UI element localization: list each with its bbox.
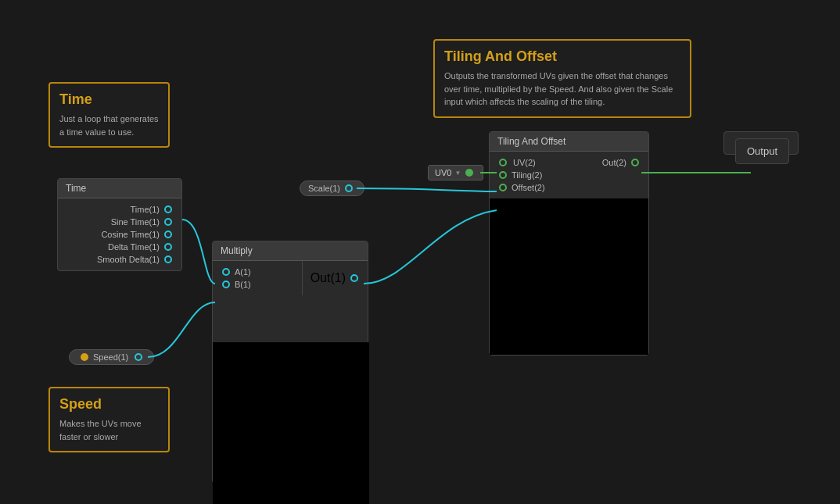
tooltip-time: Time Just a loop that generates a time v… bbox=[48, 82, 170, 148]
tooltip-time-desc: Just a loop that generates a time value … bbox=[59, 113, 159, 138]
uv-dropdown[interactable]: UV0 ▼ bbox=[428, 165, 483, 181]
tiling-uv-label: UV(2) bbox=[513, 158, 602, 167]
tiling-offset-header: Tiling And Offset bbox=[490, 132, 648, 152]
tiling-out-dot bbox=[631, 159, 639, 166]
speed-label: Speed(1) bbox=[93, 352, 128, 362]
speed-dot bbox=[81, 353, 88, 361]
time-row-smooth: Smooth Delta(1) bbox=[58, 253, 181, 266]
tiling-tiling-row: Tiling(2) bbox=[490, 169, 648, 181]
tooltip-tiling-desc: Outputs the transformed UVs given the of… bbox=[444, 70, 680, 109]
uv-dropdown-arrow: ▼ bbox=[454, 170, 461, 177]
scale-pill[interactable]: Scale(1) bbox=[300, 181, 364, 196]
multiply-b-label: B(1) bbox=[235, 280, 251, 289]
time-row-cosine: Cosine Time(1) bbox=[58, 228, 181, 241]
delta-time-label: Delta Time(1) bbox=[108, 242, 160, 252]
sine-time-output-dot bbox=[164, 218, 172, 226]
tooltip-speed-title: Speed bbox=[59, 396, 159, 413]
multiply-out-label: Out(1) bbox=[311, 271, 346, 285]
multiply-a-label: A(1) bbox=[235, 267, 251, 277]
time-label: Time(1) bbox=[131, 205, 160, 214]
time-row-delta: Delta Time(1) bbox=[58, 241, 181, 253]
multiply-preview bbox=[213, 342, 369, 504]
sine-time-label: Sine Time(1) bbox=[111, 217, 160, 227]
tooltip-time-title: Time bbox=[59, 91, 159, 108]
uv-label: UV0 bbox=[435, 168, 451, 177]
multiply-inputs: A(1) B(1) bbox=[213, 261, 302, 295]
tiling-offset-input-dot bbox=[499, 184, 507, 191]
tooltip-speed-desc: Makes the UVs move faster or slower bbox=[59, 417, 159, 443]
tiling-offset-body: UV(2) Out(2) Tiling(2) Offset(2) bbox=[490, 152, 648, 198]
multiply-body: A(1) B(1) Out(1) bbox=[213, 261, 368, 295]
multiply-out-dot bbox=[350, 274, 358, 282]
output-title: Output bbox=[735, 138, 789, 164]
time-row-time: Time(1) bbox=[58, 203, 181, 216]
tiling-uv-row: UV(2) Out(2) bbox=[490, 156, 648, 169]
scale-output-dot bbox=[345, 184, 353, 192]
smooth-delta-label: Smooth Delta(1) bbox=[97, 255, 160, 264]
tooltip-tiling-and-offset: Tiling And Offset Outputs the transforme… bbox=[433, 39, 691, 118]
tiling-offset-label: Offset(2) bbox=[512, 183, 545, 192]
multiply-header: Multiply bbox=[213, 241, 368, 261]
multiply-b-dot bbox=[222, 281, 230, 288]
tiling-tiling-input-dot bbox=[499, 171, 507, 179]
time-node: Time Time(1) Sine Time(1) Cosine Time(1)… bbox=[57, 178, 182, 271]
time-node-body: Time(1) Sine Time(1) Cosine Time(1) Delt… bbox=[58, 198, 181, 270]
output-node: Output Output(2) bbox=[723, 131, 799, 155]
tooltip-tiling-title: Tiling And Offset bbox=[444, 48, 680, 65]
multiply-outputs: Out(1) bbox=[302, 261, 368, 295]
time-row-sine: Sine Time(1) bbox=[58, 216, 181, 228]
cosine-time-output-dot bbox=[164, 231, 172, 238]
tiling-offset-node: Tiling And Offset UV(2) Out(2) Tiling(2)… bbox=[489, 131, 649, 356]
multiply-b-row: B(1) bbox=[213, 278, 302, 291]
tiling-preview bbox=[490, 198, 648, 355]
tiling-uv-input-dot bbox=[499, 159, 507, 166]
tiling-tiling-label: Tiling(2) bbox=[512, 170, 542, 180]
multiply-a-row: A(1) bbox=[213, 266, 302, 278]
tooltip-speed: Speed Makes the UVs move faster or slowe… bbox=[48, 387, 170, 452]
smooth-delta-output-dot bbox=[164, 256, 172, 263]
uv-output-dot bbox=[465, 169, 473, 177]
delta-time-output-dot bbox=[164, 243, 172, 251]
time-output-dot bbox=[164, 206, 172, 213]
scale-label: Scale(1) bbox=[308, 184, 340, 193]
speed-pill[interactable]: Speed(1) bbox=[69, 349, 154, 365]
multiply-a-dot bbox=[222, 268, 230, 276]
time-node-header: Time bbox=[58, 179, 181, 198]
cosine-time-label: Cosine Time(1) bbox=[101, 230, 160, 239]
tiling-out-label: Out(2) bbox=[602, 158, 626, 167]
tiling-offset-row: Offset(2) bbox=[490, 181, 648, 194]
speed-output-dot bbox=[135, 353, 142, 361]
multiply-node: Multiply A(1) B(1) Out(1) bbox=[212, 241, 368, 484]
